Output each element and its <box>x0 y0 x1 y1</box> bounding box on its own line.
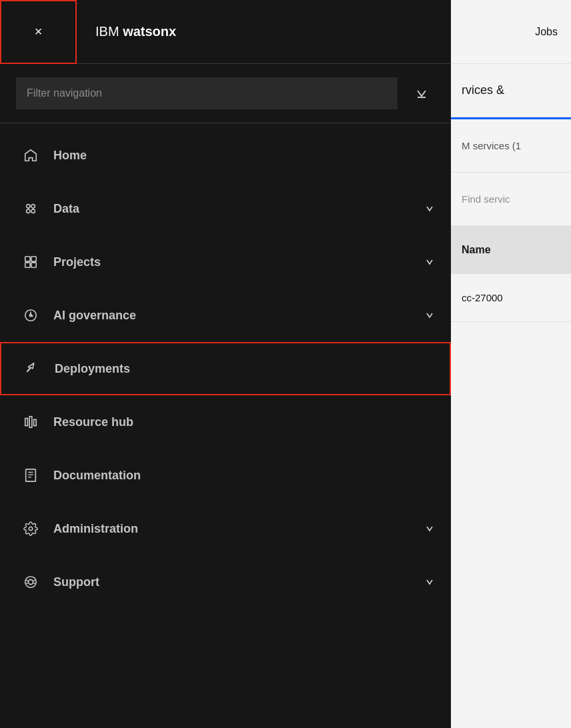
chevron-icon-administration <box>424 523 435 534</box>
svg-point-1 <box>27 205 31 209</box>
sidebar-item-label-administration: Administration <box>53 522 424 536</box>
svg-point-4 <box>31 205 35 209</box>
chevron-icon-support <box>424 577 435 587</box>
sidebar-item-label-projects: Projects <box>53 255 424 269</box>
services-header: rvices & <box>451 64 571 117</box>
deployments-icon <box>17 361 47 376</box>
find-services-label: Find servic <box>462 193 510 205</box>
sidebar-item-home[interactable]: Home <box>0 129 451 182</box>
svg-rect-14 <box>26 469 36 481</box>
name-header-label: Name <box>462 244 491 256</box>
sidebar-item-label-support: Support <box>53 575 424 589</box>
ibm-services-row: M services (1 <box>451 119 571 173</box>
support-icon <box>16 575 45 589</box>
sidebar-item-label-home: Home <box>53 149 435 163</box>
sidebar-item-administration[interactable]: Administration <box>0 502 451 555</box>
sidebar-item-ai-governance[interactable]: AI governance <box>0 289 451 342</box>
chevron-down-icon <box>415 87 428 100</box>
administration-icon <box>16 521 45 536</box>
collapse-all-button[interactable] <box>408 80 435 107</box>
svg-line-24 <box>33 583 36 583</box>
documentation-icon <box>16 468 45 483</box>
close-icon: × <box>35 24 43 39</box>
chevron-icon-ai-governance <box>424 310 435 321</box>
sidebar-item-label-resource-hub: Resource hub <box>53 415 435 429</box>
sidebar-item-resource-hub[interactable]: Resource hub <box>0 395 451 449</box>
sidebar-header: × IBM watsonx <box>0 0 451 64</box>
svg-point-18 <box>29 527 33 531</box>
sidebar-item-label-data: Data <box>53 202 424 216</box>
svg-line-21 <box>25 580 29 581</box>
sidebar-item-documentation[interactable]: Documentation <box>0 449 451 502</box>
ai-governance-icon <box>16 308 45 323</box>
sidebar-item-data[interactable]: Data <box>0 182 451 235</box>
name-column-header: Name <box>451 226 571 274</box>
svg-rect-5 <box>25 257 30 261</box>
sidebar-item-label-ai-governance: AI governance <box>53 309 424 323</box>
sidebar-item-support[interactable]: Support <box>0 555 451 609</box>
sidebar-item-label-deployments: Deployments <box>55 362 434 376</box>
services-header-label: rvices & <box>462 83 504 97</box>
chevron-icon-projects <box>424 257 435 267</box>
chevron-icon-data <box>424 203 435 214</box>
svg-rect-11 <box>25 419 28 426</box>
sidebar: × IBM watsonx Home <box>0 0 451 728</box>
filter-navigation-input[interactable] <box>16 77 398 109</box>
svg-rect-7 <box>25 263 30 267</box>
main-content-panel: Jobs rvices & M services (1 Find servic … <box>451 0 571 728</box>
svg-rect-12 <box>29 417 32 428</box>
projects-icon <box>16 255 45 269</box>
resource-hub-icon <box>16 415 45 429</box>
jobs-section: Jobs <box>451 0 571 64</box>
brand-title: IBM watsonx <box>95 24 176 39</box>
svg-point-2 <box>31 209 35 213</box>
sidebar-item-deployments[interactable]: Deployments <box>0 342 451 395</box>
svg-rect-6 <box>31 257 36 261</box>
jobs-label: Jobs <box>535 26 558 38</box>
cc-row: cc-27000 <box>451 274 571 322</box>
nav-list: Home Data <box>0 123 451 728</box>
sidebar-item-label-documentation: Documentation <box>53 469 435 483</box>
svg-line-23 <box>33 580 36 581</box>
svg-line-22 <box>25 583 29 583</box>
svg-point-20 <box>28 579 33 584</box>
filter-bar <box>0 64 451 123</box>
close-button[interactable]: × <box>0 0 77 64</box>
sidebar-item-projects[interactable]: Projects <box>0 235 451 289</box>
ibm-services-label: M services (1 <box>462 140 521 151</box>
data-icon <box>16 201 45 216</box>
svg-rect-13 <box>34 419 37 425</box>
svg-point-3 <box>27 209 31 213</box>
svg-point-19 <box>25 577 37 588</box>
cc-row-label: cc-27000 <box>462 292 503 303</box>
find-services-row[interactable]: Find servic <box>451 173 571 226</box>
svg-rect-8 <box>31 263 36 267</box>
home-icon <box>16 148 45 163</box>
